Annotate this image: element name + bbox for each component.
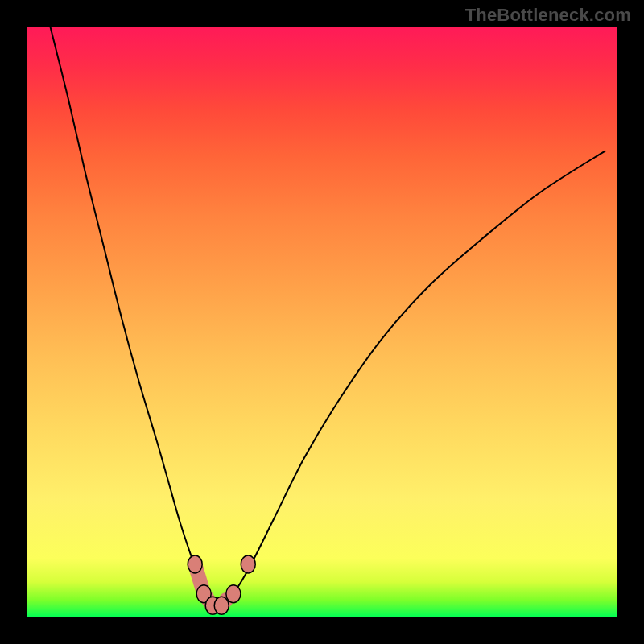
bottleneck-curve (50, 27, 605, 605)
curve-svg (27, 27, 617, 617)
plot-area (27, 27, 617, 617)
curve-marker (241, 555, 255, 573)
chart-root: TheBottleneck.com (0, 0, 644, 644)
watermark-label: TheBottleneck.com (465, 5, 631, 26)
curve-marker (226, 585, 241, 603)
curve-marker (214, 597, 229, 614)
curve-marker (188, 555, 202, 573)
